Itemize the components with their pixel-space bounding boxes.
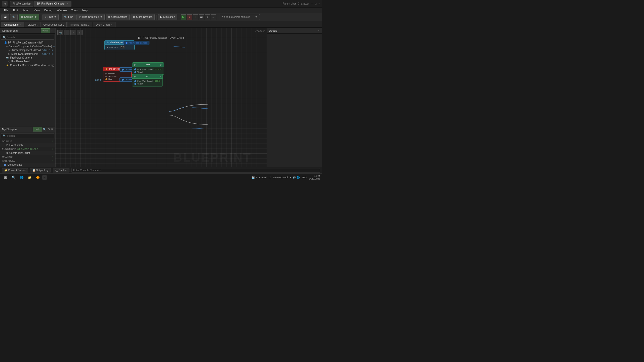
- menu-view[interactable]: View: [32, 8, 42, 12]
- save-toolbar-btn[interactable]: 💾: [2, 14, 9, 20]
- menu-file[interactable]: File: [2, 8, 11, 12]
- event-graph-item[interactable]: ⬡ EventGraph: [0, 143, 55, 147]
- find-label: Find: [68, 16, 73, 18]
- source-control-indicator[interactable]: ⎇ Source Control: [268, 176, 288, 179]
- menu-help[interactable]: Help: [80, 8, 90, 12]
- stop-btn[interactable]: ■: [187, 14, 192, 20]
- taskbar-explorer-btn[interactable]: 📁: [26, 174, 33, 180]
- more-btn[interactable]: …: [211, 14, 216, 20]
- graph-back-btn[interactable]: ←: [64, 30, 69, 35]
- menu-edit[interactable]: Edit: [11, 8, 20, 12]
- taskbar-start-btn[interactable]: ⊞: [2, 174, 9, 180]
- play-btn[interactable]: ▶: [181, 14, 186, 20]
- blueprint-search-icon[interactable]: 🔍: [43, 128, 47, 131]
- content-drawer-btn[interactable]: 📁 Content Drawer: [2, 168, 28, 172]
- variables-section[interactable]: VARIABLES +: [0, 159, 55, 163]
- component-mesh[interactable]: ⬡ Mesh (CharacterMesh0) Edit in C++: [0, 52, 55, 56]
- pin-maxwalkspeed-2: Max Walk Speed 600.0: [133, 80, 162, 82]
- construction-script-item[interactable]: ⚙ ConstructionScript: [0, 151, 55, 155]
- component-camera-parent[interactable]: 📷 FirstPersonCamera: [0, 56, 55, 60]
- run-buttons: ▶ ■ ⏸ ⏭ ⚙ …: [181, 14, 216, 20]
- components-search[interactable]: 🔍 Search: [1, 35, 54, 40]
- close-btn[interactable]: ✕: [318, 2, 320, 5]
- component-arrow[interactable]: → Arrow Component (Arrow) Edit in C++: [0, 48, 55, 52]
- compile-icon: ⚙: [21, 16, 23, 18]
- graph-camera-btn[interactable]: 📷: [57, 30, 63, 35]
- component-char-movement[interactable]: ⚡ Character Movement (CharMoveComp) Edit…: [0, 63, 55, 67]
- components-add-btn[interactable]: + Add: [41, 28, 50, 33]
- edit-it-link[interactable]: Edit It +: [95, 79, 103, 81]
- breadcrumb-current[interactable]: Event Graph: [170, 36, 184, 39]
- component-fp-mesh[interactable]: ⬡ FirstPersonMesh: [0, 60, 55, 63]
- macros-section[interactable]: MACROS +: [0, 155, 55, 159]
- title-tab-group: FirstPersonMap BP_FirstPersonCharacter ✕: [10, 1, 71, 7]
- title-tab-bp[interactable]: BP_FirstPersonCharacter ✕: [34, 1, 71, 7]
- cmd-btn[interactable]: >_ Cmd ▼: [53, 168, 69, 172]
- settings-run-btn[interactable]: ⚙: [205, 14, 210, 20]
- component-self[interactable]: 👤 BP_FirstPersonCharacter (Self): [0, 41, 55, 44]
- graph-forward-btn[interactable]: →: [70, 30, 76, 35]
- taskbar-browser-btn[interactable]: 🌐: [18, 174, 25, 180]
- details-close-btn[interactable]: ✕: [318, 29, 320, 32]
- left-panel: Components + Add ✕ 🔍 Search 👤 BP_FirstPe…: [0, 28, 55, 174]
- node-set-2[interactable]: ▷ SET ▷ Max Walk Speed 600.0 Target: [132, 74, 163, 86]
- diff-btn[interactable]: ⟺ Diff ▼: [43, 14, 59, 20]
- tray-up-icon[interactable]: ▲: [290, 176, 292, 178]
- tab-components-close[interactable]: ✕: [20, 24, 22, 26]
- class-defaults-btn[interactable]: ⚙ Class Defaults: [131, 14, 154, 20]
- tab-timeline[interactable]: Timeline_Templ...: [67, 22, 92, 27]
- graph-home-btn[interactable]: ⌂: [77, 30, 83, 35]
- tab-construction[interactable]: Construction Scr...: [41, 22, 67, 27]
- taskbar-orange-btn[interactable]: 🔶: [34, 174, 41, 180]
- breadcrumb-root[interactable]: BP_FirstPersonCharacter: [138, 36, 167, 39]
- node-set-1[interactable]: ▷ SET ▷ Max Walk Speed 2000.0 Target: [132, 62, 164, 75]
- node-fp-camera[interactable]: First Person Camera: [123, 41, 149, 45]
- component-mesh-edit[interactable]: Edit in C++: [42, 53, 53, 55]
- debug-select[interactable]: No debug object selected ▼: [220, 14, 260, 20]
- graphs-add-icon[interactable]: +: [52, 140, 53, 143]
- class-settings-btn[interactable]: ⚙ Class Settings: [106, 14, 130, 20]
- blueprint-settings-icon[interactable]: ⚙: [48, 128, 50, 131]
- variables-add-icon[interactable]: +: [52, 160, 53, 162]
- minimize-btn[interactable]: —: [311, 2, 313, 5]
- find-btn[interactable]: 🔍 Find: [62, 14, 75, 20]
- menu-debug[interactable]: Debug: [42, 8, 54, 12]
- blueprint-close-btn[interactable]: ✕: [51, 128, 53, 130]
- browse-btn[interactable]: 🔍: [10, 14, 18, 20]
- console-input[interactable]: [71, 168, 320, 173]
- tray-speaker-icon[interactable]: 🔊: [293, 176, 296, 179]
- tray-network-icon[interactable]: 🌐: [297, 176, 300, 179]
- hide-unrelated-btn[interactable]: 👁 Hide Unrelated ▼: [76, 14, 105, 20]
- functions-add-icon[interactable]: +: [52, 148, 53, 150]
- menu-asset[interactable]: Asset: [20, 8, 31, 12]
- graph-area[interactable]: 📷 ← → ⌂ BP_FirstPersonCharacter › Event …: [55, 28, 267, 174]
- components-close-btn[interactable]: ✕: [51, 29, 53, 32]
- tab-viewport[interactable]: Viewport: [25, 22, 40, 27]
- simulation-btn[interactable]: ▶ Simulation: [158, 14, 177, 20]
- output-log-btn[interactable]: 📋 Output Log: [30, 168, 51, 172]
- component-capsule[interactable]: ○ CapsuleComponent (CollisionCylinder) E…: [0, 44, 55, 48]
- component-capsule-edit[interactable]: Edit in C++: [53, 45, 55, 48]
- time-block[interactable]: 11:33 14.12.2022: [309, 174, 320, 180]
- tab-event-graph[interactable]: Event Graph ✕: [93, 22, 115, 27]
- taskbar-search-btn[interactable]: 🔍: [10, 174, 17, 180]
- pause-btn[interactable]: ⏸: [193, 14, 198, 20]
- skip-btn[interactable]: ⏭: [199, 14, 204, 20]
- component-arrow-edit[interactable]: Edit in C++: [42, 49, 53, 52]
- title-tab-bp-close[interactable]: ✕: [67, 3, 69, 5]
- functions-section[interactable]: FUNCTIONS 34 OVERRIDABLE +: [0, 147, 55, 151]
- bp-search-icon: 🔍: [3, 134, 6, 137]
- menu-tools[interactable]: Tools: [69, 8, 80, 12]
- graphs-section[interactable]: GRAPHS +: [0, 139, 55, 143]
- blueprint-add-btn[interactable]: + Add: [33, 127, 42, 131]
- title-tab-firstpersonmap[interactable]: FirstPersonMap: [10, 1, 33, 7]
- compile-btn[interactable]: ⚙ Compile ▼: [19, 14, 39, 20]
- taskbar-ue-btn[interactable]: U: [42, 174, 49, 180]
- menu-window[interactable]: Window: [55, 8, 69, 12]
- tab-event-graph-close[interactable]: ✕: [111, 24, 113, 26]
- blueprint-search[interactable]: 🔍 Search: [1, 133, 54, 138]
- macros-add-icon[interactable]: +: [52, 156, 53, 158]
- var-components[interactable]: Components: [0, 163, 55, 167]
- maximize-btn[interactable]: □: [315, 2, 316, 5]
- tab-components[interactable]: Components ✕: [2, 22, 24, 27]
